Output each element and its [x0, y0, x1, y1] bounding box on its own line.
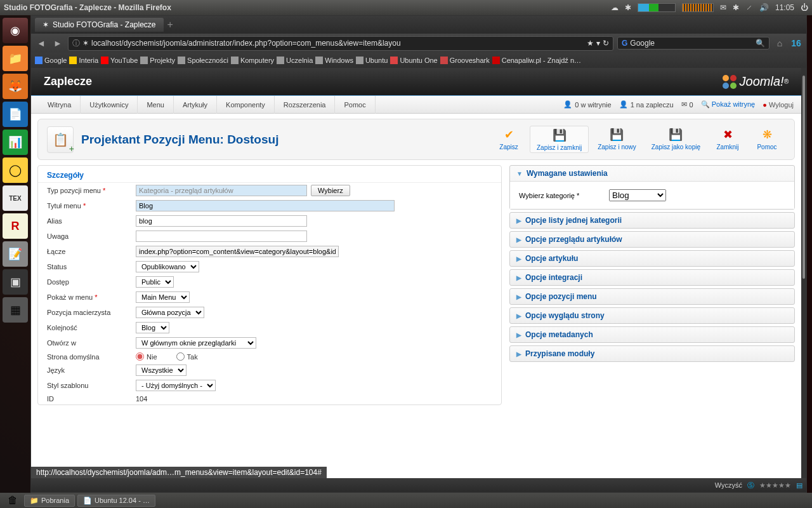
order-select[interactable]: Blog [136, 322, 169, 333]
search-go-icon[interactable]: 🔍 [756, 39, 765, 48]
new-tab-button[interactable]: + [167, 19, 173, 30]
search-bar[interactable]: G Google 🔍 [617, 37, 769, 50]
bookmark-item[interactable]: Interia [69, 57, 98, 64]
dropdown-icon[interactable]: ▾ [596, 39, 600, 48]
bookmark-item[interactable]: YouTube [101, 57, 138, 64]
bookmark-item[interactable]: Ubuntu One [390, 57, 437, 64]
logout-link[interactable]: ● Wyloguj [763, 101, 794, 109]
messages-stat[interactable]: ✉0 [681, 100, 693, 109]
save-close-button[interactable]: 💾Zapisz i zamknij [530, 126, 589, 153]
notes-icon[interactable]: 📝 [3, 241, 28, 267]
category-select[interactable]: Blog [609, 189, 666, 201]
url-bar[interactable]: ⓘ ✶ localhost/dyschemist/joomla/administ… [68, 36, 613, 51]
mail-icon[interactable]: ✉ [720, 3, 726, 12]
accordion-cat-list: ▶Opcje listy jednej kategorii [509, 212, 795, 229]
menu-help[interactable]: Pomoc [335, 96, 375, 114]
back-button[interactable]: ◄ [35, 38, 48, 48]
lang-select[interactable]: Wszystkie [136, 364, 187, 376]
bookmark-folder[interactable]: Uczelnia [277, 57, 313, 64]
menu-select[interactable]: Main Menu [136, 291, 190, 303]
workspace-icon[interactable]: ▦ [3, 297, 28, 323]
cancel-button[interactable]: ✖Zamknij [709, 126, 746, 153]
chevron-right-icon: ▶ [516, 312, 521, 319]
template-select[interactable]: - Użyj domyślnych - [136, 380, 216, 391]
help-button[interactable]: ❋Pomoc [749, 126, 785, 153]
bookmark-folder[interactable]: Ubuntu [356, 57, 388, 64]
power-icon[interactable]: ⏻ [801, 3, 808, 12]
home-label: Strona domyślna [47, 353, 136, 361]
sysmon2-icon[interactable] [682, 3, 714, 12]
menu-menus[interactable]: Menu [138, 96, 174, 114]
accordion-menu-item: ▶Opcje pozycji menu [509, 288, 795, 305]
weather-icon[interactable]: ☁ [611, 3, 619, 12]
menu-site[interactable]: Witryna [39, 96, 81, 114]
dash-icon[interactable]: ◉ [3, 18, 28, 43]
url-text: localhost/dyschemist/joomla/administrato… [91, 39, 584, 48]
taskbar-item[interactable]: 📁Pobrania [24, 495, 75, 507]
volume-icon[interactable]: 🔊 [759, 3, 769, 12]
bluetooth-icon[interactable]: ✱ [625, 3, 631, 12]
terminal-icon[interactable]: ▣ [3, 269, 28, 295]
clock[interactable]: 11:05 [775, 3, 794, 12]
addon-icon[interactable]: ▤ [796, 481, 802, 490]
bookmark-folder[interactable]: Windows [315, 57, 353, 64]
required-settings-header[interactable]: ▼Wymagane ustawienia [510, 166, 794, 181]
target-select[interactable]: W głównym oknie przeglądarki [136, 337, 256, 349]
firefox-tab[interactable]: ✶ Studio FOTOGrafia - Zaplecze [35, 18, 164, 32]
link-input[interactable] [136, 246, 339, 257]
bookmark-folder[interactable]: Komputery [231, 57, 274, 64]
firefox-window: ✶ Studio FOTOGrafia - Zaplecze + ◄ ► ⓘ ✶… [30, 15, 807, 493]
bookmark-star-icon[interactable]: ★ [587, 39, 594, 48]
menu-components[interactable]: Komponenty [217, 96, 275, 114]
reload-icon[interactable]: ↻ [603, 39, 609, 48]
status-select[interactable]: Opublikowano [136, 261, 199, 272]
unity-launcher: ◉ 📁 🦊 📄 📊 ◯ TEX R 📝 ▣ ▦ [0, 15, 30, 493]
save-button[interactable]: ✔Zapisz [490, 126, 527, 153]
rkward-icon[interactable]: R [3, 213, 28, 239]
folder-icon: 📁 [30, 497, 39, 505]
menu-content[interactable]: Artykuły [174, 96, 217, 114]
title-input[interactable] [136, 200, 395, 211]
forward-button[interactable]: ► [51, 38, 64, 48]
parent-select[interactable]: Główna pozycja [136, 307, 204, 318]
type-select-button[interactable]: Wybierz [311, 185, 350, 196]
type-label: Typ pozycji menu * [47, 187, 136, 194]
taskbar-item[interactable]: 📄Ubuntu 12.04 - … [77, 495, 155, 507]
clear-button[interactable]: Wyczyść [715, 481, 742, 489]
bluetooth2-icon[interactable]: ✱ [733, 3, 739, 12]
chat-icon[interactable]: ◯ [3, 157, 28, 183]
content-scrollbar[interactable] [801, 68, 806, 478]
calc-icon[interactable]: 📊 [3, 130, 28, 155]
bookmark-folder[interactable]: Społeczności [178, 57, 228, 64]
tex-icon[interactable]: TEX [3, 185, 28, 211]
tabgroups-button[interactable]: 16 [790, 38, 802, 48]
bookmark-item[interactable]: Grooveshark [440, 57, 490, 64]
note-input[interactable] [136, 231, 307, 242]
trash-icon[interactable]: 🗑 [4, 493, 22, 508]
writer-icon[interactable]: 📄 [3, 102, 28, 127]
skype-icon[interactable]: Ⓢ [747, 481, 754, 490]
save-copy-button[interactable]: 💾Zapisz jako kopię [645, 126, 707, 153]
save-new-button[interactable]: 💾Zapisz i nowy [591, 126, 643, 153]
template-label: Styl szablonu [47, 382, 136, 389]
firefox-icon[interactable]: 🦊 [3, 74, 28, 99]
home-no-radio[interactable] [136, 352, 144, 361]
home-button[interactable]: ⌂ [773, 38, 786, 48]
files-icon[interactable]: 📁 [3, 46, 28, 71]
cenapaliw-icon [492, 57, 500, 64]
scrollbar-thumb[interactable] [802, 76, 805, 279]
sysmon-icon[interactable] [638, 3, 676, 12]
alias-input[interactable] [136, 215, 307, 227]
bookmark-item[interactable]: Cenapaliw.pl - Znajdź n… [492, 57, 581, 64]
menu-users[interactable]: Użytkownicy [81, 96, 138, 114]
menu-extensions[interactable]: Rozszerzenia [275, 96, 336, 114]
access-select[interactable]: Public [136, 276, 174, 288]
home-yes-radio[interactable] [176, 352, 185, 361]
bookmark-folder[interactable]: Projekty [140, 57, 175, 64]
details-legend: Szczegóły [38, 166, 501, 183]
bookmark-item[interactable]: Google [35, 57, 67, 64]
wifi-icon[interactable]: ⟋ [745, 3, 753, 12]
rating-stars[interactable]: ★★★★★ [759, 481, 791, 490]
required-settings-accordion: ▼Wymagane ustawienia Wybierz kategorię *… [509, 165, 795, 210]
view-site-link[interactable]: 🔍 Pokaż witrynę [701, 100, 756, 109]
